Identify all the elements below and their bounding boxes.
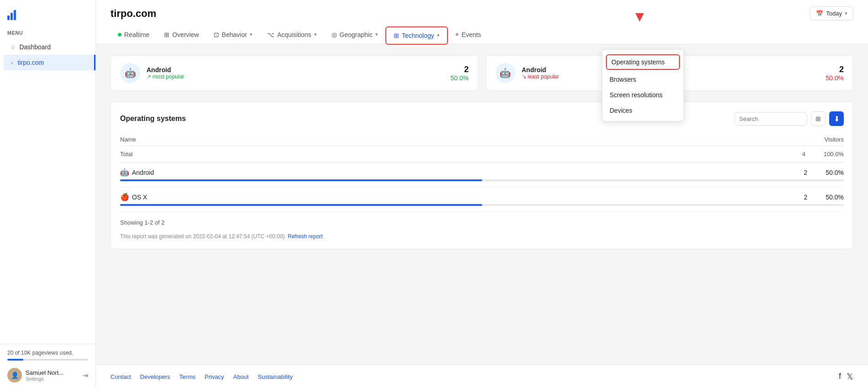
- osx-value: 2: [804, 194, 808, 201]
- chevron-down-icon: ▾: [314, 31, 317, 37]
- user-name: Samuel Nort...: [26, 369, 79, 376]
- data-values-osx: 2 50.0%: [804, 194, 844, 201]
- footer-link-about[interactable]: About: [233, 373, 249, 380]
- download-button[interactable]: ⬇: [829, 111, 844, 126]
- dropdown-item-devices[interactable]: Devices: [602, 103, 684, 118]
- data-row-top-osx: 🍎 OS X 2 50.0%: [120, 193, 844, 201]
- logout-icon[interactable]: ⇥: [82, 371, 88, 380]
- arrow-up-icon: ↗: [147, 73, 151, 80]
- progress-bar-fill: [7, 359, 23, 361]
- user-row: 👤 Samuel Nort... Settings ⇥: [7, 368, 88, 383]
- logo-bar-2: [11, 13, 13, 20]
- apple-os-icon: 🍎: [120, 193, 129, 201]
- sidebar: MENU ○ Dashboard › tirpo.com 20 of 10K p…: [0, 0, 96, 388]
- chevron-down-icon: ▾: [375, 31, 378, 37]
- acquisitions-icon: ⌥: [267, 31, 274, 38]
- calendar-icon: 📅: [816, 10, 823, 17]
- technology-icon: ⊞: [394, 32, 399, 39]
- showing-text: Showing 1-2 of 2: [120, 219, 844, 226]
- tab-acquisitions[interactable]: ⌥ Acquisitions ▾: [260, 26, 324, 44]
- tab-technology[interactable]: ⊞ Technology ▾: [385, 26, 448, 45]
- tab-overview[interactable]: ⊞ Overview: [157, 26, 206, 44]
- tab-label: Technology: [402, 32, 434, 39]
- stat-percent-2: 50.0%: [826, 74, 844, 82]
- site-title: tirpo.com: [110, 8, 156, 20]
- osx-bar-container: [120, 204, 844, 206]
- footer-link-terms[interactable]: Terms: [179, 373, 195, 380]
- col-name-header: Name: [120, 136, 136, 143]
- logo: [0, 0, 95, 25]
- header-top: tirpo.com 📅 Today ▾: [110, 6, 853, 21]
- tab-realtime[interactable]: Realtime: [110, 26, 157, 44]
- osx-percent: 50.0%: [826, 194, 844, 201]
- col-visitors-header: Visitors: [825, 136, 844, 143]
- tab-behavior[interactable]: ⊡ Behavior ▾: [206, 26, 260, 44]
- progress-bar-bg: [7, 359, 88, 361]
- twitter-icon[interactable]: 𝕏: [847, 372, 853, 382]
- tab-events[interactable]: ⌖ Events: [448, 26, 489, 44]
- sidebar-bottom: 20 of 10K pageviews used. 👤 Samuel Nort.…: [0, 344, 95, 388]
- stat-sub-1: ↗ most popular: [147, 73, 184, 80]
- facebook-icon[interactable]: f: [839, 372, 841, 382]
- tab-label: Acquisitions: [277, 31, 311, 38]
- report-note: This report was generated on 2022-02-04 …: [120, 233, 844, 240]
- tab-label: Overview: [172, 31, 199, 38]
- table-row: 🤖 Android 2 50.0%: [120, 163, 844, 187]
- geographic-icon: ◎: [331, 31, 337, 38]
- realtime-dot-icon: [118, 33, 121, 37]
- stat-title-2: Android: [522, 66, 559, 73]
- sidebar-item-dashboard[interactable]: ○ Dashboard: [4, 39, 92, 55]
- footer-link-privacy[interactable]: Privacy: [205, 373, 224, 380]
- user-info: Samuel Nort... Settings: [26, 369, 79, 382]
- dropdown-item-operating-systems[interactable]: Operating systems: [606, 54, 680, 70]
- arrow-down-icon: ↘: [522, 73, 526, 80]
- total-percent: 100.0%: [824, 151, 844, 157]
- data-values-android: 2 50.0%: [804, 169, 844, 176]
- page-footer: Contact Developers Terms Privacy About S…: [96, 365, 868, 388]
- stat-value-1: 2: [451, 65, 469, 74]
- android-os-icon: 🤖: [120, 168, 129, 177]
- tab-geographic[interactable]: ◎ Geographic ▾: [324, 26, 385, 44]
- sidebar-item-label: tirpo.com: [18, 59, 44, 66]
- android-bar-container: [120, 179, 844, 181]
- stat-title-1: Android: [147, 66, 184, 73]
- user-settings-label: Settings: [26, 376, 79, 382]
- overview-icon: ⊞: [164, 31, 169, 38]
- android-icon-2: 🤖: [495, 63, 516, 83]
- total-label: Total: [120, 151, 132, 157]
- filter-button[interactable]: ⊞: [811, 111, 826, 126]
- stat-card-most-popular: 🤖 Android ↗ most popular 2 50.0%: [110, 55, 479, 91]
- os-name-osx: 🍎 OS X: [120, 193, 147, 201]
- date-button[interactable]: 📅 Today ▾: [810, 6, 853, 21]
- table-row: 🍎 OS X 2 50.0%: [120, 187, 844, 212]
- footer-link-sustainability[interactable]: Sustainability: [258, 373, 293, 380]
- main-content: ▼ Operating systems Browsers Screen reso…: [96, 0, 868, 388]
- pageviews-text: 20 of 10K pageviews used.: [7, 350, 88, 356]
- refresh-report-link[interactable]: Refresh report: [288, 233, 323, 240]
- search-input[interactable]: [734, 112, 807, 126]
- stat-value-2: 2: [826, 65, 844, 74]
- stat-percent-1: 50.0%: [451, 74, 469, 82]
- chevron-right-icon: ›: [11, 59, 13, 66]
- tab-label: Events: [462, 31, 481, 38]
- footer-link-developers[interactable]: Developers: [140, 373, 170, 380]
- page-header: tirpo.com 📅 Today ▾ Realtime ⊞ Overview …: [96, 0, 868, 44]
- date-btn-label: Today: [826, 10, 842, 17]
- dropdown-item-browsers[interactable]: Browsers: [602, 72, 684, 87]
- col-headers: Name Visitors: [120, 133, 844, 146]
- logo-icon: [7, 9, 16, 20]
- menu-label: MENU: [0, 25, 95, 39]
- social-icons: f 𝕏: [839, 372, 853, 382]
- behavior-icon: ⊡: [214, 31, 219, 38]
- table-title: Operating systems: [120, 115, 186, 123]
- footer-link-contact[interactable]: Contact: [110, 373, 131, 380]
- data-row-top: 🤖 Android 2 50.0%: [120, 168, 844, 177]
- dropdown-item-screen-resolutions[interactable]: Screen resolutions: [602, 87, 684, 103]
- stat-info-2: Android ↘ least popular: [522, 66, 559, 80]
- content-area: 🤖 Android ↗ most popular 2 50.0% 🤖 Andro…: [96, 44, 868, 365]
- tab-label: Geographic: [340, 31, 373, 38]
- sidebar-item-tirpo[interactable]: › tirpo.com: [4, 55, 95, 70]
- sidebar-item-label: Dashboard: [19, 43, 51, 51]
- stat-sub-2: ↘ least popular: [522, 73, 559, 80]
- total-row: Total 4 100.0%: [120, 146, 844, 163]
